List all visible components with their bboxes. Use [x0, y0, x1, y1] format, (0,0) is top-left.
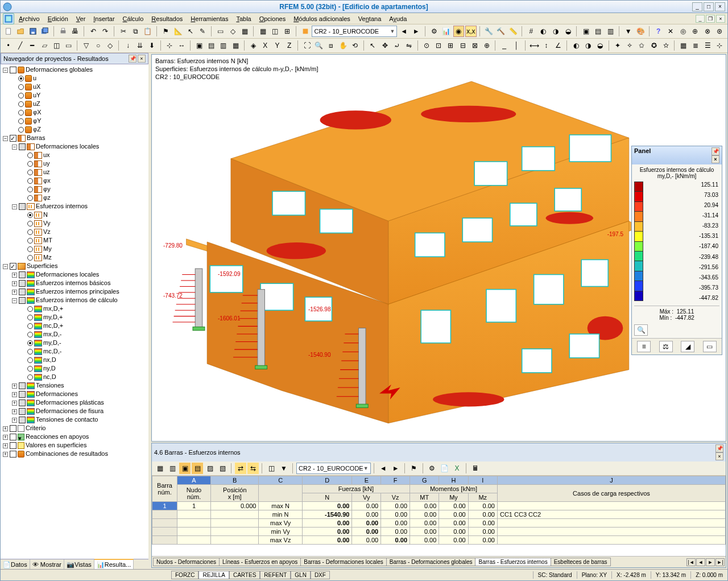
- col-I[interactable]: I: [468, 476, 497, 485]
- prev-icon[interactable]: ◄: [398, 26, 410, 37]
- panel-mode3-icon[interactable]: ◢: [681, 341, 694, 352]
- navtab-vistas[interactable]: 📷Vistas: [64, 559, 94, 569]
- ext3-icon[interactable]: ⊕: [689, 26, 701, 37]
- tbl-calc-icon[interactable]: 🖩: [470, 463, 481, 474]
- panel-title[interactable]: Panel 📌 ×: [632, 146, 722, 164]
- status-segment[interactable]: DXF: [311, 571, 330, 579]
- results-table[interactable]: Barranúm. A B C D E F G H I J: [152, 476, 726, 545]
- tbl-next-icon[interactable]: ►: [390, 463, 402, 474]
- rotate2-icon[interactable]: ⤾: [391, 40, 402, 51]
- app-menu-icon[interactable]: [3, 13, 14, 24]
- results-icon[interactable]: 📊: [441, 26, 452, 37]
- view-x-icon[interactable]: X: [260, 40, 271, 51]
- table-row[interactable]: min N-1540.900.000.000.000.000.00CC1 CC3…: [152, 510, 726, 519]
- tbl-btn3-icon[interactable]: ▣: [179, 463, 191, 474]
- menu-insertar[interactable]: Insertar: [90, 14, 118, 23]
- table-row[interactable]: 110.000max N0.000.000.000.000.000.00: [152, 502, 726, 510]
- layers-icon[interactable]: ☰: [702, 40, 713, 51]
- misc4-icon[interactable]: ✪: [648, 40, 659, 51]
- tbl-opt2-icon[interactable]: 📄: [439, 463, 450, 474]
- mdi-close-button[interactable]: ×: [716, 15, 725, 23]
- tbl-prev-icon[interactable]: ◄: [378, 463, 389, 474]
- table-tab[interactable]: Barras - Deformaciones globales: [386, 558, 476, 566]
- navtab-datos[interactable]: 📄Datos: [1, 559, 30, 569]
- ext2-icon[interactable]: ◎: [677, 26, 689, 37]
- mesh-icon[interactable]: #: [526, 26, 537, 37]
- tbl-btn5-icon[interactable]: ▨: [204, 463, 216, 474]
- help-icon[interactable]: ?: [653, 26, 664, 37]
- support-icon[interactable]: ▽: [81, 40, 92, 51]
- panel-mode1-icon[interactable]: ≡: [637, 341, 651, 352]
- rotate-icon[interactable]: ⟲: [350, 40, 361, 51]
- load3-icon[interactable]: ⬇: [147, 40, 158, 51]
- close-button[interactable]: ×: [715, 2, 725, 11]
- mirror-icon[interactable]: ⇋: [403, 40, 414, 51]
- select-all-icon[interactable]: ▦: [239, 26, 251, 37]
- menu-resultados[interactable]: Resultados: [148, 14, 186, 23]
- navtab-mostrar[interactable]: 👁Mostrar: [30, 559, 64, 569]
- tool1-icon[interactable]: 🔧: [483, 26, 495, 37]
- redo-icon[interactable]: ↷: [100, 26, 111, 37]
- module3-icon[interactable]: ▥: [605, 26, 616, 37]
- menu-ventana[interactable]: Ventana: [355, 14, 384, 23]
- col-J[interactable]: J: [497, 476, 725, 485]
- maximize-button[interactable]: □: [704, 2, 714, 11]
- save-all-icon[interactable]: [40, 26, 51, 37]
- tool3-icon[interactable]: 📏: [508, 26, 519, 37]
- measure-icon[interactable]: 📐: [172, 26, 184, 37]
- pan-icon[interactable]: ✋: [338, 40, 349, 51]
- table-tab[interactable]: Líneas - Esfuerzos en apoyos: [219, 558, 301, 566]
- gen1-icon[interactable]: ◐: [570, 40, 581, 51]
- tabnav-first-icon[interactable]: |◄: [686, 558, 696, 566]
- gen3-icon[interactable]: ◒: [594, 40, 605, 51]
- menu-calculo[interactable]: Cálculo: [119, 14, 147, 23]
- member-icon[interactable]: ━: [27, 40, 38, 51]
- wire-icon[interactable]: ◒: [562, 26, 574, 37]
- ext5-icon[interactable]: ⊛: [714, 26, 726, 37]
- values-icon[interactable]: x,x: [465, 26, 477, 37]
- mdi-minimize-button[interactable]: _: [696, 15, 705, 23]
- print-icon[interactable]: [57, 26, 69, 37]
- zoom-fit-icon[interactable]: ⛶: [301, 40, 312, 51]
- tbl-sync1-icon[interactable]: ⇄: [235, 463, 246, 474]
- layer-icon[interactable]: ≣: [690, 40, 701, 51]
- gen2-icon[interactable]: ◑: [582, 40, 593, 51]
- navtab-resultados[interactable]: 📊Resulta...: [94, 559, 134, 569]
- save-icon[interactable]: [27, 26, 39, 37]
- axes-icon[interactable]: ⊹: [164, 40, 175, 51]
- solid-icon[interactable]: ◫: [51, 40, 62, 51]
- tbl-btn2-icon[interactable]: ▥: [167, 463, 178, 474]
- table-loadcase-dropdown[interactable]: CR2 - 10_EUROCODE▼: [296, 463, 371, 474]
- render2-icon[interactable]: ▤: [206, 40, 217, 51]
- table-pin-icon[interactable]: 📌: [715, 444, 723, 452]
- dim-icon[interactable]: ↔: [176, 40, 187, 51]
- node-icon[interactable]: •: [3, 40, 14, 51]
- dim2-icon[interactable]: ↕: [541, 40, 552, 51]
- table-row[interactable]: max Vy0.000.000.000.000.000.00: [152, 519, 726, 528]
- tbl-flag-icon[interactable]: ⚑: [408, 463, 420, 474]
- view-y-icon[interactable]: Y: [272, 40, 283, 51]
- move-icon[interactable]: ✥: [379, 40, 390, 51]
- next-icon[interactable]: ►: [411, 26, 422, 37]
- misc5-icon[interactable]: ✫: [660, 40, 671, 51]
- view-z-icon[interactable]: Z: [284, 40, 295, 51]
- panel-mode2-icon[interactable]: ⚖: [659, 341, 673, 352]
- calc-icon[interactable]: ⚙: [429, 26, 440, 37]
- hinge-icon[interactable]: ○: [93, 40, 104, 51]
- tabnav-prev-icon[interactable]: ◄: [696, 558, 705, 566]
- col-A[interactable]: A: [177, 476, 211, 485]
- loadcase-icon[interactable]: [300, 26, 311, 37]
- table-tab[interactable]: Nudos - Deformaciones: [153, 558, 220, 566]
- panel-zoom-icon[interactable]: 🔍: [634, 324, 648, 336]
- tabnav-last-icon[interactable]: ►|: [715, 558, 725, 566]
- tabnav-next-icon[interactable]: ►: [706, 558, 715, 566]
- render3-icon[interactable]: ▥: [218, 40, 229, 51]
- table-close-icon[interactable]: ×: [715, 452, 723, 460]
- render1-icon[interactable]: ▣: [194, 40, 205, 51]
- misc1-icon[interactable]: ✦: [612, 40, 623, 51]
- view-iso-icon[interactable]: ◈: [248, 40, 259, 51]
- col-D[interactable]: D: [302, 476, 352, 485]
- open-icon[interactable]: [15, 26, 27, 37]
- tbl-btn6-icon[interactable]: ▧: [217, 463, 228, 474]
- select-poly-icon[interactable]: ◇: [227, 26, 238, 37]
